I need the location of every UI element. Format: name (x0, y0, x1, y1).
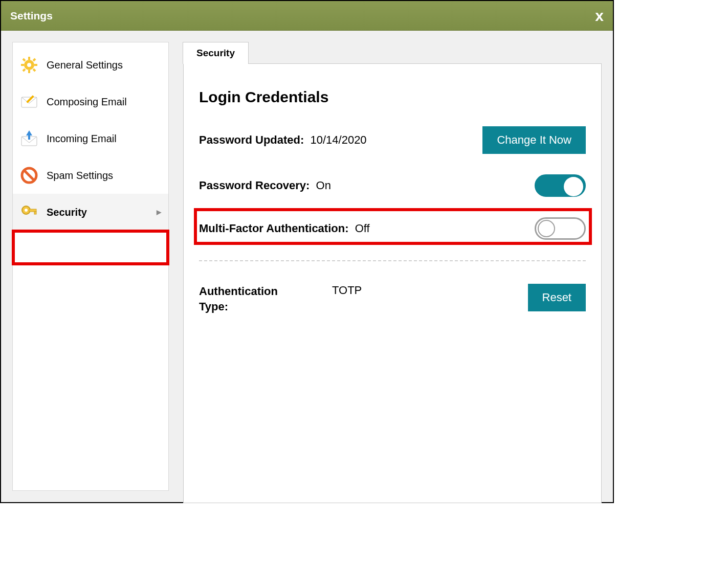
sidebar-item-label: Security (47, 207, 87, 218)
window-title: Settings (10, 10, 53, 22)
chevron-right-icon: ▶ (157, 209, 161, 216)
sidebar-item-incoming-email[interactable]: Incoming Email (13, 120, 168, 157)
mfa-toggle[interactable] (535, 217, 586, 240)
security-panel: Login Credentials Password Updated: 10/1… (183, 63, 602, 503)
tab-security[interactable]: Security (183, 42, 249, 64)
change-it-now-button[interactable]: Change It Now (482, 126, 586, 154)
mfa-row: Multi-Factor Authentication: Off (199, 217, 586, 240)
password-recovery-toggle[interactable] (535, 174, 586, 197)
svg-line-6 (33, 69, 35, 71)
password-recovery-row: Password Recovery: On (199, 174, 586, 197)
toggle-knob (538, 220, 555, 237)
password-updated-value: 10/14/2020 (311, 133, 367, 146)
auth-type-row: Authentication Type: TOTP Reset (199, 284, 586, 314)
close-icon[interactable]: x (595, 8, 604, 24)
auth-type-value: TOTP (332, 284, 362, 297)
main-area: Security Login Credentials Password Upda… (183, 42, 602, 491)
sidebar-item-security[interactable]: Security ▶ (13, 194, 168, 231)
sidebar: General Settings Composing Email (12, 42, 169, 491)
titlebar: Settings x (1, 1, 613, 31)
password-updated-text: Password Updated: 10/14/2020 (199, 133, 367, 147)
svg-line-8 (33, 59, 35, 61)
sidebar-item-label: General Settings (47, 59, 123, 71)
svg-point-17 (25, 209, 28, 212)
gear-icon (20, 56, 38, 74)
key-icon (20, 203, 38, 221)
mfa-label: Multi-Factor Authentication: (199, 222, 349, 235)
sidebar-item-label: Incoming Email (47, 133, 117, 145)
sidebar-item-general-settings[interactable]: General Settings (13, 47, 168, 83)
settings-window: Settings x Gene (0, 0, 614, 503)
svg-line-5 (23, 59, 25, 61)
compose-icon (20, 93, 38, 111)
svg-rect-19 (34, 212, 36, 214)
svg-rect-18 (29, 209, 36, 212)
password-updated-row: Password Updated: 10/14/2020 Change It N… (199, 126, 586, 154)
tab-label: Security (196, 48, 235, 58)
password-recovery-value: On (316, 179, 331, 192)
mfa-text: Multi-Factor Authentication: Off (199, 222, 370, 235)
body-area: General Settings Composing Email (1, 31, 613, 502)
section-heading: Login Credentials (199, 88, 586, 106)
highlight-sidebar-security (12, 230, 169, 265)
mfa-value: Off (355, 222, 370, 235)
svg-point-9 (27, 63, 31, 67)
separator (199, 260, 586, 261)
password-updated-label: Password Updated: (199, 133, 304, 146)
incoming-icon (20, 129, 38, 148)
svg-line-15 (24, 170, 34, 180)
sidebar-item-label: Spam Settings (47, 170, 113, 182)
auth-type-label: Authentication Type: (199, 284, 301, 314)
toggle-knob (564, 177, 583, 196)
sidebar-item-label: Composing Email (47, 96, 127, 108)
sidebar-item-composing-email[interactable]: Composing Email (13, 83, 168, 120)
reset-button[interactable]: Reset (528, 284, 586, 311)
password-recovery-text: Password Recovery: On (199, 179, 331, 192)
svg-line-7 (23, 69, 25, 71)
password-recovery-label: Password Recovery: (199, 179, 310, 192)
sidebar-item-spam-settings[interactable]: Spam Settings (13, 157, 168, 194)
block-icon (20, 166, 38, 185)
